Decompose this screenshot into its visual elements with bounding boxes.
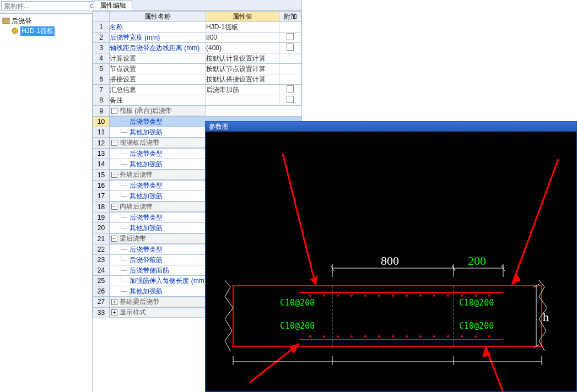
row-number: 9 <box>93 106 110 117</box>
property-value[interactable]: 后浇带加筋 <box>206 85 279 95</box>
extra-cell[interactable] <box>279 85 301 95</box>
property-name[interactable]: 计算设置 <box>110 53 206 64</box>
tree-line-icon: └─ <box>118 266 127 274</box>
property-value[interactable]: 按默认搭接设置计算 <box>206 74 279 85</box>
property-value[interactable]: HJD-1筏板 <box>206 22 279 32</box>
expand-toggle-icon[interactable]: + <box>111 309 117 315</box>
svg-point-48 <box>433 335 435 337</box>
property-value[interactable]: 800 <box>206 32 279 43</box>
svg-point-47 <box>419 335 422 337</box>
svg-point-28 <box>350 295 353 297</box>
row-number: 18 <box>93 202 110 213</box>
property-value[interactable]: (400) <box>206 43 279 53</box>
row-number: 14 <box>93 159 110 170</box>
svg-point-34 <box>433 295 435 297</box>
tree-item-hjd[interactable]: HJD-1筏板 <box>1 26 91 36</box>
search-input[interactable] <box>1 1 89 11</box>
extra-cell[interactable] <box>279 95 301 106</box>
group-row[interactable]: 9 − 筏板 (承台)后浇带 <box>93 106 301 117</box>
svg-point-37 <box>474 295 477 297</box>
expand-toggle-icon[interactable]: + <box>111 299 117 305</box>
svg-rect-2 <box>3 18 9 24</box>
checkbox-icon[interactable] <box>287 96 294 103</box>
svg-line-6 <box>512 159 558 285</box>
property-value[interactable]: 按默认计算设置计算 <box>206 53 279 64</box>
row-number: 10 <box>93 117 110 127</box>
property-row[interactable]: 6 搭接设置 按默认搭接设置计算 <box>93 74 301 85</box>
row-number: 13 <box>93 149 110 159</box>
child-label: 其他加强筋 <box>130 160 163 168</box>
property-name[interactable]: 节点设置 <box>110 64 206 74</box>
checkbox-icon[interactable] <box>287 43 294 51</box>
header-row: 属性名称 属性值 附加 <box>93 12 301 22</box>
expand-toggle-icon[interactable]: − <box>111 172 117 178</box>
child-label: 其他加强筋 <box>130 192 163 200</box>
expand-toggle-icon[interactable]: − <box>111 204 117 210</box>
row-number: 26 <box>93 286 110 297</box>
tree-root-label: 后浇带 <box>12 17 31 26</box>
property-value[interactable]: 按默认节点设置计算 <box>206 64 279 74</box>
group-header[interactable]: − 外墙后浇带 <box>110 170 206 180</box>
property-row[interactable]: 5 节点设置 按默认节点设置计算 <box>93 64 301 74</box>
child-label: 后浇带类型 <box>130 214 163 221</box>
tab-strip: 属性编辑 <box>93 0 301 11</box>
row-number: 1 <box>93 22 110 32</box>
property-value[interactable] <box>206 95 279 106</box>
tree-line-icon: └─ <box>118 214 127 221</box>
expand-toggle-icon[interactable]: − <box>111 108 117 114</box>
property-name[interactable]: 轴线距后浇带左边线距离 (mm) <box>110 43 206 53</box>
property-row[interactable]: 8 备注 <box>93 95 301 106</box>
property-name[interactable]: 后浇带宽度 (mm) <box>110 32 206 43</box>
group-header[interactable]: + 显示样式 <box>110 307 206 318</box>
extra-cell[interactable] <box>279 43 301 53</box>
child-label: 后浇带类型 <box>130 182 163 189</box>
tree-root[interactable]: 后浇带 <box>1 16 91 26</box>
row-number: 8 <box>93 95 110 106</box>
svg-point-32 <box>406 295 408 297</box>
svg-point-52 <box>488 335 490 337</box>
property-row[interactable]: 2 后浇带宽度 (mm) 800 <box>93 32 301 43</box>
group-header[interactable]: − 内墙后浇带 <box>110 202 206 212</box>
diagram-canvas[interactable]: 800 200 <box>206 132 576 391</box>
property-name[interactable]: 备注 <box>110 95 206 106</box>
header-value: 属性值 <box>206 12 279 22</box>
property-name[interactable]: 名称 <box>110 22 206 32</box>
row-number: 33 <box>93 307 110 318</box>
svg-point-38 <box>488 295 490 297</box>
child-label: 其他加强筋 <box>130 287 163 295</box>
checkbox-icon[interactable] <box>287 85 294 92</box>
property-row[interactable]: 4 计算设置 按默认计算设置计算 <box>93 53 301 64</box>
property-row[interactable]: 3 轴线距后浇带左边线距离 (mm) (400) <box>93 43 301 53</box>
group-label: 外墙后浇带 <box>120 170 153 179</box>
property-row[interactable]: 7 汇总信息 后浇带加筋 <box>93 85 301 95</box>
svg-point-25 <box>309 295 311 297</box>
group-header[interactable]: − 现浇板后浇带 <box>110 138 206 148</box>
extra-cell <box>279 22 301 32</box>
svg-point-33 <box>419 295 422 297</box>
group-header[interactable]: + 基础梁后浇带 <box>110 297 206 307</box>
svg-point-49 <box>447 335 449 337</box>
tree-line-icon: └─ <box>118 277 127 285</box>
checkbox-icon[interactable] <box>287 33 294 40</box>
component-tree[interactable]: 后浇带 HJD-1筏板 <box>0 14 92 392</box>
property-name[interactable]: 汇总信息 <box>110 85 206 95</box>
child-label: 其他加强筋 <box>130 224 163 232</box>
category-icon <box>2 17 10 25</box>
extra-cell[interactable] <box>279 32 301 43</box>
expand-toggle-icon[interactable]: − <box>111 140 117 146</box>
child-label: 后浇带类型 <box>130 150 163 157</box>
property-row[interactable]: 1 名称 HJD-1筏板 <box>93 22 301 32</box>
tree-child-label: HJD-1筏板 <box>20 26 55 36</box>
group-header[interactable]: − 梁后浇带 <box>110 233 206 244</box>
row-number: 25 <box>93 276 110 286</box>
expand-toggle-icon[interactable]: − <box>111 236 117 242</box>
row-number: 2 <box>93 32 110 43</box>
group-header[interactable]: − 筏板 (承台)后浇带 <box>110 106 206 116</box>
row-number: 11 <box>93 127 110 138</box>
child-label: 其他加强筋 <box>130 128 163 136</box>
extra-cell <box>279 53 301 64</box>
tab-property-editor[interactable]: 属性编辑 <box>94 1 132 10</box>
tree-line-icon: └─ <box>118 224 127 232</box>
tree-line-icon: └─ <box>118 192 127 200</box>
property-name[interactable]: 搭接设置 <box>110 74 206 85</box>
